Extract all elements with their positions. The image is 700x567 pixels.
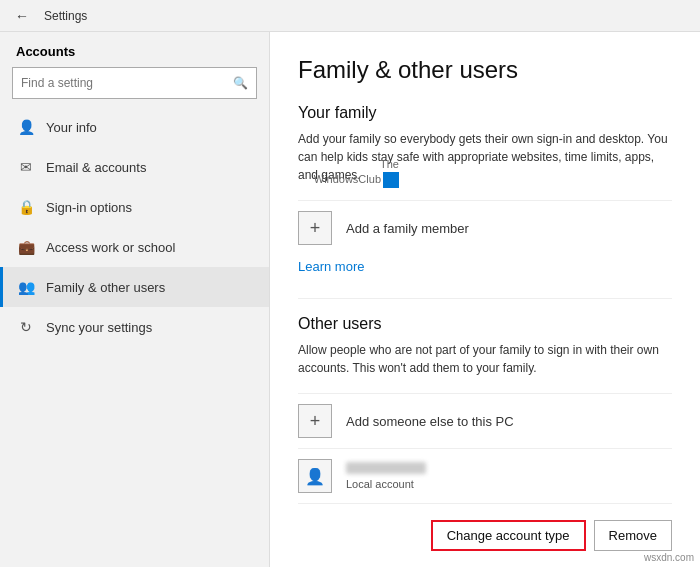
add-family-member-row: + Add a family member <box>298 200 672 255</box>
add-someone-label: Add someone else to this PC <box>346 414 514 429</box>
content-area: Family & other users Your family Add you… <box>270 32 700 567</box>
user-account-type: Local account <box>346 478 672 490</box>
sidebar-item-family-other-users[interactable]: 👥 Family & other users <box>0 267 269 307</box>
user-name-blurred <box>346 462 426 474</box>
sidebar-item-email-accounts[interactable]: ✉ Email & accounts <box>0 147 269 187</box>
your-family-title: Your family <box>298 104 672 122</box>
remove-button[interactable]: Remove <box>594 520 672 551</box>
main-layout: Accounts 🔍 👤 Your info ✉ Email & account… <box>0 32 700 567</box>
email-icon: ✉ <box>16 157 36 177</box>
title-bar-title: Settings <box>44 9 87 23</box>
page-title: Family & other users <box>298 56 672 84</box>
sidebar-item-your-info[interactable]: 👤 Your info <box>0 107 269 147</box>
back-button[interactable]: ← <box>8 2 36 30</box>
family-icon: 👥 <box>16 277 36 297</box>
wsxdn-watermark: wsxdn.com <box>644 552 694 563</box>
section-divider <box>298 298 672 299</box>
sidebar-item-label: Email & accounts <box>46 160 146 175</box>
sidebar-item-sign-in-options[interactable]: 🔒 Sign-in options The WindowsClub <box>0 187 269 227</box>
your-family-desc: Add your family so everybody gets their … <box>298 130 672 184</box>
sidebar-group-label: Accounts <box>0 32 269 67</box>
sidebar-item-label: Sign-in options <box>46 200 132 215</box>
sidebar-item-label: Family & other users <box>46 280 165 295</box>
title-bar: ← Settings <box>0 0 700 32</box>
change-account-type-button[interactable]: Change account type <box>431 520 586 551</box>
sidebar-item-access-work-school[interactable]: 💼 Access work or school <box>0 227 269 267</box>
user-info: Local account <box>346 462 672 490</box>
search-box[interactable]: 🔍 <box>12 67 257 99</box>
sidebar: Accounts 🔍 👤 Your info ✉ Email & account… <box>0 32 270 567</box>
sidebar-item-label: Your info <box>46 120 97 135</box>
add-family-member-button[interactable]: + <box>298 211 332 245</box>
sidebar-item-label: Sync your settings <box>46 320 152 335</box>
sidebar-item-sync-settings[interactable]: ↻ Sync your settings <box>0 307 269 347</box>
user-icon: 👤 <box>298 459 332 493</box>
add-family-member-label: Add a family member <box>346 221 469 236</box>
your-info-icon: 👤 <box>16 117 36 137</box>
other-users-title: Other users <box>298 315 672 333</box>
sign-in-icon: 🔒 <box>16 197 36 217</box>
search-icon: 🔍 <box>233 76 248 90</box>
action-buttons: Change account type Remove <box>298 512 672 555</box>
sidebar-item-label: Access work or school <box>46 240 175 255</box>
add-someone-row: + Add someone else to this PC <box>298 393 672 448</box>
add-someone-button[interactable]: + <box>298 404 332 438</box>
learn-more-link[interactable]: Learn more <box>298 255 672 278</box>
your-family-section: Your family Add your family so everybody… <box>298 104 672 278</box>
user-row: 👤 Local account <box>298 448 672 504</box>
other-users-section: Other users Allow people who are not par… <box>298 315 672 555</box>
other-users-desc: Allow people who are not part of your fa… <box>298 341 672 377</box>
search-input[interactable] <box>21 76 233 90</box>
work-school-icon: 💼 <box>16 237 36 257</box>
sync-icon: ↻ <box>16 317 36 337</box>
